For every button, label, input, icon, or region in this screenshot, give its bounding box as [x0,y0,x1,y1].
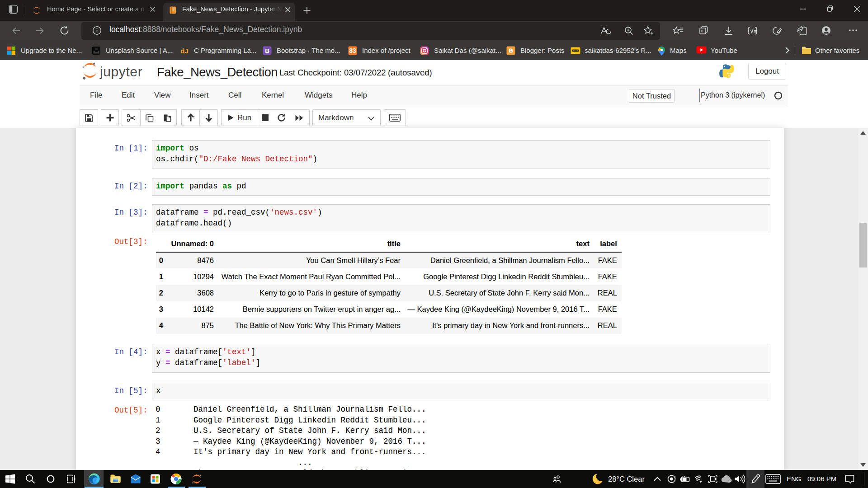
svg-text:83: 83 [349,47,356,54]
svg-text:dJ: dJ [180,47,189,54]
svg-text:jupyter: jupyter [99,64,142,79]
svg-text:B: B [265,47,269,54]
